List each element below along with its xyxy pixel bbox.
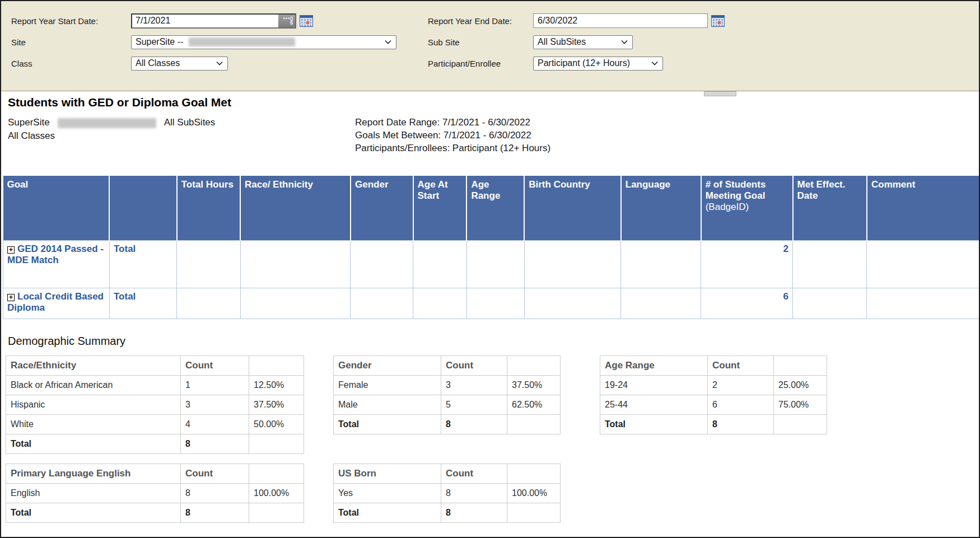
site-label: Site <box>11 38 131 47</box>
col-total-hours: Total Hours <box>177 176 240 240</box>
sub-site-label: Sub Site <box>428 38 533 47</box>
table-total-row: Total 8 <box>6 503 304 522</box>
us-born-table: US Born Count Yes 8 100.00% Total 8 <box>333 464 561 523</box>
demographic-row-2: Primary Language English Count English 8… <box>6 464 979 523</box>
sub-site-select[interactable]: All SubSites <box>533 35 633 49</box>
primary-language-header: Primary Language English <box>6 464 181 483</box>
table-row: Black or African American 1 12.50% <box>6 375 304 395</box>
race-ethnicity-table: Race/Ethnicity Count Black or African Am… <box>6 355 304 454</box>
table-row: White 4 50.00% <box>6 414 304 434</box>
report-year-start-value: 7/1/2021 <box>136 16 170 26</box>
report-year-start-label: Report Year Start Date: <box>11 16 131 26</box>
report-page: { "colors": { "filter_bar_bg": "#ece8d6"… <box>0 0 980 538</box>
table-row: Yes 8 100.00% <box>334 483 561 503</box>
table-row: Male 5 62.50% <box>334 395 561 414</box>
partial-hidden-button[interactable] <box>704 91 736 96</box>
race-ethnicity-header: Race/Ethnicity <box>6 355 181 375</box>
us-born-header: US Born <box>334 464 441 483</box>
report-year-end-value: 6/30/2022 <box>538 16 577 26</box>
goals-met-between: Goals Met Between: 7/1/2021 - 6/30/2022 <box>355 129 550 142</box>
table-total-row: Total 8 <box>600 414 827 434</box>
goal-table: Goal Total Hours Race/ Ethnicity Gender … <box>3 176 979 319</box>
class-select[interactable]: All Classes <box>131 57 228 71</box>
page-title: Students with GED or Diploma Goal Met <box>8 96 972 109</box>
redacted-site-name <box>189 38 295 46</box>
participant-enrollee-select-value: Participant (12+ Hours) <box>538 58 630 68</box>
table-total-row: Total 8 <box>334 503 561 522</box>
age-range-header: Age Range <box>600 355 708 375</box>
badge-id-note: (BadgeID) <box>706 202 749 212</box>
goal-link[interactable]: Local Credit Based Diploma <box>7 291 104 313</box>
report-classes: All Classes <box>8 129 355 143</box>
chevron-down-icon <box>621 40 628 44</box>
goal-row: GED 2014 Passed - MDE Match Total 2 <box>3 240 979 288</box>
col-age-range: Age Range <box>466 176 524 240</box>
percent-header <box>774 355 827 375</box>
report-parameters: Report Date Range: 7/1/2021 - 6/30/2022 … <box>355 116 550 155</box>
site-select[interactable]: SuperSite -- <box>131 35 396 49</box>
sub-site-select-value: All SubSites <box>538 37 586 47</box>
report-year-end-input[interactable]: 6/30/2022 <box>533 13 708 28</box>
gender-table: Gender Count Female 3 37.50% Male 5 62.5… <box>333 355 561 434</box>
redacted-site-name <box>58 118 156 128</box>
percent-header <box>507 355 561 375</box>
students-meeting-goal-count: 6 <box>701 288 793 319</box>
report-year-start-input[interactable]: 7/1/2021 •••▯5 <box>131 13 296 29</box>
count-header: Count <box>441 355 507 375</box>
percent-header <box>507 464 561 483</box>
chevron-down-icon <box>651 61 658 66</box>
goal-row: Local Credit Based Diploma Total 6 <box>3 288 979 319</box>
report-year-end-label: Report Year End Date: <box>428 16 533 26</box>
table-row: English 8 100.00% <box>6 483 304 503</box>
demographic-row-1: Race/Ethnicity Count Black or African Am… <box>6 355 979 454</box>
col-comment: Comment <box>867 176 979 240</box>
col-goal: Goal <box>3 176 110 240</box>
class-select-value: All Classes <box>136 58 180 68</box>
age-range-table: Age Range Count 19-24 2 25.00% 25-44 6 7… <box>600 355 827 434</box>
col-race-ethnicity: Race/ Ethnicity <box>240 176 351 240</box>
col-met-effect-date: Met Effect. Date <box>793 176 867 240</box>
expand-plus-icon[interactable] <box>7 246 15 254</box>
report-site-name: SuperSite <box>8 117 50 128</box>
col-birth-country: Birth Country <box>524 176 621 240</box>
calendar-icon[interactable] <box>711 15 725 27</box>
goal-total-label[interactable]: Total <box>109 240 176 288</box>
col-language: Language <box>621 176 701 240</box>
participant-enrollee-label: Participant/Enrollee <box>428 59 533 68</box>
table-total-row: Total 8 <box>334 414 561 434</box>
table-row: Female 3 37.50% <box>334 375 561 395</box>
count-header: Count <box>708 355 774 375</box>
col-age-at-start: Age At Start <box>413 176 467 240</box>
count-header: Count <box>181 464 249 483</box>
count-header: Count <box>181 355 249 375</box>
site-select-value: SuperSite -- <box>136 37 183 47</box>
report-subsites: All SubSites <box>164 117 216 128</box>
demographic-summary-heading: Demographic Summary <box>8 335 979 348</box>
goal-link[interactable]: GED 2014 Passed - MDE Match <box>7 244 104 265</box>
chevron-down-icon <box>385 40 391 44</box>
chevron-down-icon <box>216 61 223 66</box>
table-row: 19-24 2 25.00% <box>600 375 827 395</box>
participant-enrollee-select[interactable]: Participant (12+ Hours) <box>533 57 663 71</box>
goal-table-header-row: Goal Total Hours Race/ Ethnicity Gender … <box>3 176 979 240</box>
percent-header <box>249 355 304 375</box>
expand-plus-icon[interactable] <box>7 294 15 301</box>
percent-header <box>249 464 304 483</box>
col-blank <box>109 176 176 240</box>
table-row: Hispanic 3 37.50% <box>6 395 304 414</box>
goal-total-label[interactable]: Total <box>109 288 176 319</box>
table-row: 25-44 6 75.00% <box>600 395 827 414</box>
calendar-icon[interactable] <box>300 15 313 27</box>
report-scope: SuperSiteAll SubSites All Classes <box>8 116 355 155</box>
filter-bar: Report Year Start Date: 7/1/2021 •••▯5 R… <box>1 1 979 91</box>
gender-header: Gender <box>334 355 441 375</box>
table-total-row: Total 8 <box>6 434 304 453</box>
count-header: Count <box>441 464 507 483</box>
report-date-range: Report Date Range: 7/1/2021 - 6/30/2022 <box>355 116 550 129</box>
col-gender: Gender <box>351 176 413 240</box>
class-label: Class <box>11 59 131 68</box>
date-picker-icon[interactable]: •••▯5 <box>278 15 295 27</box>
students-meeting-goal-count: 2 <box>701 240 793 288</box>
col-students-meeting-goal: # of Students Meeting Goal (BadgeID) <box>701 176 793 240</box>
participants-enrollees: Participants/Enrollees: Participant (12+… <box>355 142 550 155</box>
